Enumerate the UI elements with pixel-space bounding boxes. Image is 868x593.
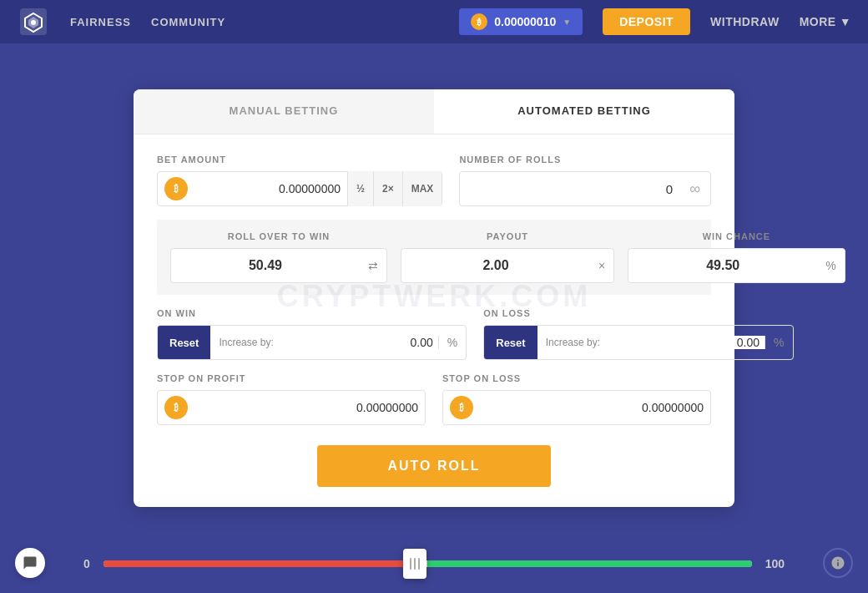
win-chance-label: WIN CHANCE xyxy=(703,231,771,241)
stop-loss-coin-icon: ₿ xyxy=(450,396,473,419)
bet-amount-group: BET AMOUNT ₿ ½ 2× MAX xyxy=(157,155,442,206)
on-win-reset-button[interactable]: Reset xyxy=(158,326,210,359)
stop-loss-input-wrapper: ₿ xyxy=(442,390,711,425)
stop-loss-label: STOP ON LOSS xyxy=(442,373,711,383)
rolls-group: NUMBER OF ROLLS ∞ xyxy=(459,155,711,206)
payout-input-wrapper: × xyxy=(401,248,614,283)
percent-icon: % xyxy=(817,259,844,272)
deposit-button[interactable]: DEPOSIT xyxy=(603,8,690,35)
svg-point-3 xyxy=(31,20,36,25)
payout-input[interactable] xyxy=(401,258,590,273)
win-chance-control: WIN CHANCE % xyxy=(628,231,845,283)
half-button[interactable]: ½ xyxy=(348,171,373,206)
form-body: BET AMOUNT ₿ ½ 2× MAX NUMBER OF ROLLS xyxy=(134,134,734,507)
on-loss-pct-icon: % xyxy=(765,336,792,349)
slider-thumb-lines xyxy=(410,558,420,570)
betting-card: MANUAL BETTING AUTOMATED BETTING BET AMO… xyxy=(134,89,734,507)
on-win-input-wrapper: Reset Increase by: % xyxy=(157,325,467,360)
stop-loss-group: STOP ON LOSS ₿ xyxy=(442,373,711,425)
roll-over-label: ROLL OVER TO WIN xyxy=(228,231,331,241)
roll-controls: ROLL OVER TO WIN ⇄ PAYOUT × WIN xyxy=(157,220,711,295)
slider-green-zone xyxy=(427,560,751,567)
tab-manual[interactable]: MANUAL BETTING xyxy=(134,89,434,134)
auto-roll-button[interactable]: AUTO ROLL xyxy=(317,445,551,487)
double-button[interactable]: 2× xyxy=(373,171,402,206)
on-win-pct-icon: % xyxy=(438,336,466,349)
rolls-label: NUMBER OF ROLLS xyxy=(459,155,711,165)
on-win-group: ON WIN Reset Increase by: % xyxy=(157,308,467,360)
nav-community[interactable]: COMMUNITY xyxy=(151,16,225,28)
balance-value: 0.00000010 xyxy=(494,15,556,28)
on-win-increase-label: Increase by: xyxy=(210,337,281,348)
stop-profit-input[interactable] xyxy=(188,401,425,414)
slider-max-label: 100 xyxy=(765,557,785,570)
roll-over-control: ROLL OVER TO WIN ⇄ xyxy=(170,231,387,283)
on-loss-reset-button[interactable]: Reset xyxy=(484,326,537,359)
on-loss-group: ON LOSS Reset Increase by: % xyxy=(483,308,793,360)
slider-section: 0 100 xyxy=(0,535,868,593)
stop-row: STOP ON PROFIT ₿ STOP ON LOSS ₿ xyxy=(157,373,711,425)
bet-rolls-row: BET AMOUNT ₿ ½ 2× MAX NUMBER OF ROLLS xyxy=(157,155,711,206)
chevron-down-icon: ▼ xyxy=(840,15,851,28)
chat-icon-left[interactable] xyxy=(15,548,45,578)
nav-fairness[interactable]: FAIRNESS xyxy=(70,16,131,28)
chevron-down-icon: ▼ xyxy=(563,18,571,27)
on-loss-label: ON LOSS xyxy=(483,308,793,318)
payout-label: PAYOUT xyxy=(487,231,528,241)
more-button[interactable]: MORE ▼ xyxy=(800,15,851,28)
thumb-line-3 xyxy=(418,558,420,570)
bet-coin-icon: ₿ xyxy=(164,177,188,200)
on-loss-increase-label: Increase by: xyxy=(537,337,608,348)
main-content: MANUAL BETTING AUTOMATED BETTING BET AMO… xyxy=(0,43,868,507)
tabs: MANUAL BETTING AUTOMATED BETTING xyxy=(134,89,734,134)
swap-icon[interactable]: ⇄ xyxy=(360,259,386,272)
thumb-line-2 xyxy=(414,558,416,570)
on-win-label: ON WIN xyxy=(157,308,467,318)
bet-btn-group: ½ 2× MAX xyxy=(347,171,442,206)
chat-icon-right[interactable] xyxy=(823,548,853,578)
on-win-value-input[interactable] xyxy=(282,336,438,349)
slider-track[interactable] xyxy=(103,560,752,567)
bet-amount-label: BET AMOUNT xyxy=(157,155,442,165)
balance-button[interactable]: ₿ 0.00000010 ▼ xyxy=(459,8,583,35)
infinity-icon: ∞ xyxy=(679,180,710,198)
win-loss-row: ON WIN Reset Increase by: % ON LOSS Rese… xyxy=(157,308,711,360)
slider-red-zone xyxy=(103,560,415,567)
stop-profit-input-wrapper: ₿ xyxy=(157,390,426,425)
tab-automated[interactable]: AUTOMATED BETTING xyxy=(434,89,734,134)
thumb-line-1 xyxy=(410,558,411,570)
stop-profit-coin-icon: ₿ xyxy=(164,396,188,419)
on-loss-value-input[interactable] xyxy=(608,336,765,349)
bet-amount-input[interactable] xyxy=(188,182,347,195)
roll-over-input[interactable] xyxy=(171,258,360,273)
logo[interactable] xyxy=(17,5,50,38)
navbar: FAIRNESS COMMUNITY ₿ 0.00000010 ▼ DEPOSI… xyxy=(0,0,868,43)
max-button[interactable]: MAX xyxy=(402,171,442,206)
withdraw-button[interactable]: WITHDRAW xyxy=(710,15,780,28)
bet-amount-input-wrapper: ₿ ½ 2× MAX xyxy=(157,171,442,206)
roll-over-input-wrapper: ⇄ xyxy=(170,248,387,283)
close-icon[interactable]: × xyxy=(590,259,613,272)
rolls-input-wrapper: ∞ xyxy=(459,171,711,206)
coin-icon: ₿ xyxy=(471,13,487,30)
stop-profit-group: STOP ON PROFIT ₿ xyxy=(157,373,426,425)
slider-min-label: 0 xyxy=(83,557,90,570)
rolls-input[interactable] xyxy=(460,182,679,196)
win-chance-input-wrapper: % xyxy=(628,248,845,283)
stop-loss-input[interactable] xyxy=(473,401,710,414)
win-chance-input[interactable] xyxy=(628,258,817,273)
slider-thumb[interactable] xyxy=(403,549,426,579)
on-loss-input-wrapper: Reset Increase by: % xyxy=(483,325,793,360)
stop-profit-label: STOP ON PROFIT xyxy=(157,373,426,383)
payout-control: PAYOUT × xyxy=(401,231,614,283)
